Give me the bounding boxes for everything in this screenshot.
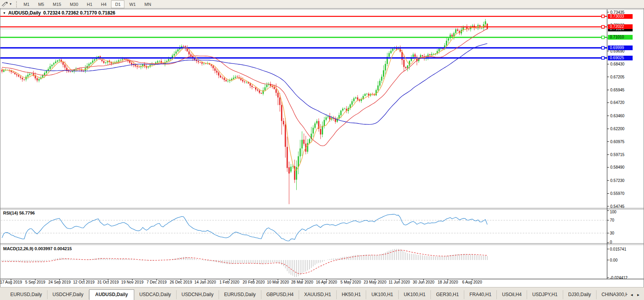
macd-scale-label: -0.024412 (610, 276, 628, 280)
timeframe-button-d1[interactable]: D1 (111, 0, 124, 8)
price-line-badge: 0.72022 (608, 24, 633, 29)
price-line-badge: 0.71010 (608, 35, 633, 40)
chevron-down-icon: ▼ (3, 11, 6, 15)
price-tick-label: 0.68430 (610, 62, 624, 66)
price-tick-label: 0.57230 (610, 178, 624, 183)
tab-usdcad-daily[interactable]: USDCAD,Daily (134, 290, 177, 299)
tab-scroll-right-icon[interactable]: ► (637, 293, 640, 297)
timeframe-button-m1[interactable]: M1 (20, 0, 33, 8)
chart-symbol-label: AUDUSD,Daily (8, 10, 41, 16)
timeframe-button-m15[interactable]: M15 (49, 0, 65, 8)
price-line-badge: 0.69025 (608, 56, 633, 60)
tab-china300-h1[interactable]: CHINA300,H1 (597, 290, 628, 299)
chart-tabs: EURUSD,DailyUSDCHF,DailyAUDUSD,DailyUSDC… (5, 289, 628, 300)
tab-eurusd-daily[interactable]: EURUSD,Daily (5, 290, 47, 299)
timeframe-button-m30[interactable]: M30 (66, 0, 82, 8)
rsi-label: RSI(14) 56.7796 (3, 211, 35, 215)
tab-fra40-h1[interactable]: FRA40,H1 (464, 290, 497, 299)
tab-usdjpy-h1[interactable]: USDJPY,H1 (527, 290, 563, 299)
price-tick-label: 0.64720 (610, 100, 624, 105)
crosshair-lines-icon (2, 2, 8, 7)
price-tick-label: 0.55970 (610, 191, 624, 196)
tab-gbpusd-h4[interactable]: GBPUSD,H4 (261, 290, 299, 299)
trading-platform-window: ▼ M1M5M15M30H1H4D1W1MN ▼ AUDUSD,Daily 0.… (0, 0, 644, 300)
tab-usdcnh-daily[interactable]: USDCNH,Daily (177, 290, 219, 299)
price-tick-label: 0.54745 (610, 204, 624, 209)
chart-ohlc-values: 0.72324 0.72362 0.71770 0.71826 (43, 10, 115, 16)
rsi-scale-label: 70 (610, 218, 614, 222)
tab-scroll-controls: ◄ ► (628, 293, 644, 300)
chart-title: ▼ AUDUSD,Daily 0.72324 0.72362 0.71770 0… (3, 10, 115, 16)
tab-hk50-h1[interactable]: HK50,H1 (337, 290, 367, 299)
tab-uk100-h1[interactable]: UK100,H1 (366, 290, 398, 299)
tab-uk100-h1[interactable]: UK100,H1 (399, 290, 431, 299)
price-tick-label: 0.58490 (610, 165, 624, 169)
toolbar-grip[interactable] (16, 1, 17, 7)
tab-usoil-h4[interactable]: USOil,H4 (497, 290, 527, 299)
tab-ger30-h1[interactable]: GER30,H1 (431, 290, 464, 299)
tab-scroll-left-icon[interactable]: ◄ (630, 293, 633, 297)
timeframe-button-w1[interactable]: W1 (125, 0, 140, 8)
timeframe-button-h1[interactable]: H1 (83, 0, 96, 8)
price-tick-label: 0.65945 (610, 88, 624, 92)
timeframe-buttons: M1M5M15M30H1H4D1W1MN (19, 0, 155, 8)
rsi-scale-label: 100 (610, 210, 617, 214)
tab-xauusd-h1[interactable]: XAUUSD,H1 (299, 290, 337, 299)
tab-dj30-daily[interactable]: DJ30,Daily (563, 290, 597, 299)
macd-scale-label: 0.015741 (610, 247, 626, 251)
timeframe-button-h4[interactable]: H4 (97, 0, 110, 8)
price-line-badge: 0.69999 (608, 45, 633, 50)
tab-usdchf-daily[interactable]: USDCHF,Daily (47, 290, 89, 299)
chart-window (0, 8, 644, 288)
timeframe-button-m5[interactable]: M5 (34, 0, 48, 8)
date-tick-label: 6 Aug 2020 (458, 280, 486, 284)
price-tick-label: 0.59715 (610, 153, 624, 157)
timeframe-toolbar: ▼ M1M5M15M30H1H4D1W1MN (0, 0, 644, 9)
chevron-down-icon: ▼ (9, 2, 12, 6)
rsi-scale-label: 30 (610, 231, 614, 235)
macd-scale-label: 0.00 (610, 258, 617, 262)
rsi-scale-label: 0 (610, 240, 612, 244)
macd-label: MACD(12,26,9) 0.003997 0.004215 (3, 246, 72, 251)
price-tick-label: 0.67205 (610, 75, 624, 79)
tab-eurusd-daily[interactable]: EURUSD,Daily (219, 290, 261, 299)
price-tick-label: 0.62200 (610, 127, 624, 131)
tab-audusd-daily[interactable]: AUDUSD,Daily (89, 289, 134, 300)
price-tick-label: 0.63460 (610, 114, 624, 118)
price-tick-label: 0.60975 (610, 140, 624, 144)
price-line-badge: 0.73033 (608, 14, 633, 19)
line-studies-button[interactable]: ▼ (0, 0, 14, 8)
timeframe-button-mn[interactable]: MN (140, 0, 155, 8)
chart-tab-bar: EURUSD,DailyUSDCHF,DailyAUDUSD,DailyUSDC… (0, 287, 644, 300)
